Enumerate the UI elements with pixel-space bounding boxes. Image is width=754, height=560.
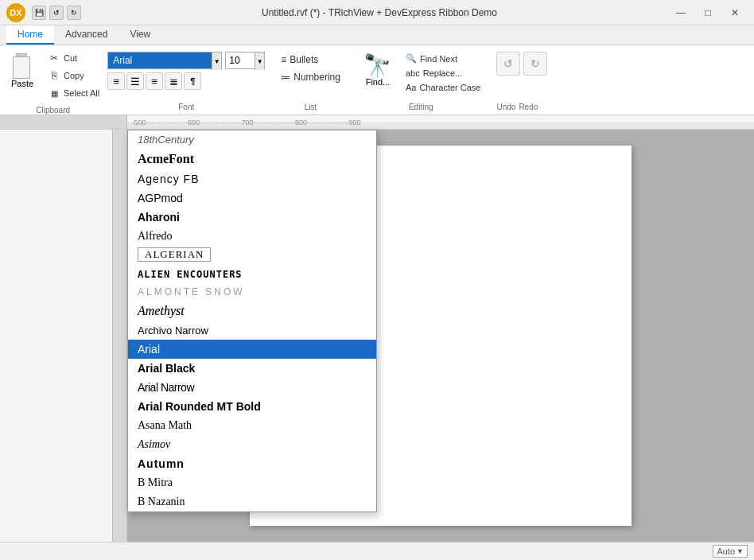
clipboard-buttons: Paste ✂ Cut ⎘ Copy ▦ Select All — [3, 49, 103, 101]
font-list-item[interactable]: Alfredo — [128, 227, 376, 246]
format-row: ≡ ☰ ≡ ≣ ¶ — [107, 72, 201, 90]
font-size-dropdown-arrow[interactable]: ▼ — [255, 52, 264, 70]
titlebar: DX 💾 ↺ ↻ Untitled.rvf (*) - TRichView + … — [0, 0, 754, 25]
list-group-label: List — [276, 101, 345, 111]
undo-redo-group: ↺ ↻ Undo Redo — [490, 49, 554, 115]
main-area: 18thCenturyAcmeFontAgency FBAGPmodAharon… — [0, 130, 754, 542]
font-list-item[interactable]: Arial — [128, 340, 376, 359]
replace-icon: abc — [406, 68, 420, 78]
align-right-button[interactable]: ≡ — [146, 72, 163, 90]
font-list[interactable]: 18thCenturyAcmeFontAgency FBAGPmodAharon… — [128, 130, 376, 511]
statusbar-right: Auto ▼ — [713, 545, 748, 558]
editing-group-label: Editing — [358, 101, 484, 111]
binoculars-icon: 🔭 — [363, 55, 391, 77]
font-group: Arial ▼ 10 ▼ ≡ ☰ ≡ ≣ ¶ Font — [103, 49, 270, 115]
align-center-button[interactable]: ☰ — [126, 72, 144, 90]
font-list-item[interactable]: AcmeFont — [128, 149, 376, 169]
zoom-dropdown-arrow[interactable]: ▼ — [737, 547, 744, 555]
font-list-item[interactable]: B Nazanin — [128, 492, 376, 511]
find-button[interactable]: 🔭 Find... — [358, 52, 398, 96]
font-list-item[interactable]: Amethyst — [128, 301, 376, 321]
cut-icon: ✂ — [48, 52, 60, 64]
ruler-left-section — [0, 115, 127, 129]
font-name-dropdown-arrow[interactable]: ▼ — [212, 52, 221, 70]
tab-home[interactable]: Home — [6, 25, 54, 45]
find-next-button[interactable]: 🔍 Find Next — [402, 52, 484, 65]
clipboard-small-buttons: ✂ Cut ⎘ Copy ▦ Select All — [45, 49, 103, 101]
select-all-button[interactable]: ▦ Select All — [45, 85, 103, 101]
zoom-selector[interactable]: Auto ▼ — [713, 545, 748, 558]
character-case-icon: Aa — [406, 83, 416, 92]
redo-quick-button[interactable]: ↻ — [67, 6, 81, 20]
font-list-item[interactable]: Arial Black — [128, 359, 376, 378]
font-size-wrapper: 10 ▼ — [225, 52, 265, 69]
vertical-ruler — [112, 130, 126, 542]
bullets-label: Bullets — [290, 54, 318, 65]
font-list-item[interactable]: ALGERIAN — [138, 247, 211, 262]
font-list-item[interactable]: Asana Math — [128, 416, 376, 435]
font-selector-row: Arial ▼ 10 ▼ — [107, 52, 265, 69]
font-list-item[interactable]: 18thCentury — [128, 130, 376, 149]
font-list-item[interactable]: B Mitra — [128, 473, 376, 492]
font-list-item[interactable]: ALIEN ENCOUNTERS — [128, 266, 376, 283]
bullets-button[interactable]: ≡ Bullets — [276, 52, 323, 68]
window-controls: — □ ✕ — [668, 3, 748, 22]
ruler-main-section: ·500·····················600············… — [127, 115, 754, 129]
cut-button[interactable]: ✂ Cut — [45, 50, 103, 66]
align-left-button[interactable]: ≡ — [107, 72, 125, 90]
format-buttons: ≡ ☰ ≡ ≣ ¶ — [107, 72, 201, 90]
minimize-button[interactable]: — — [668, 3, 694, 22]
zoom-value: Auto — [717, 546, 735, 556]
font-list-item[interactable]: Archivo Narrow — [128, 321, 376, 340]
indent-button[interactable]: ¶ — [184, 72, 201, 90]
character-case-button[interactable]: Aa Character Case — [402, 81, 484, 94]
copy-icon: ⎘ — [48, 69, 60, 82]
redo-label: Redo — [519, 103, 538, 111]
font-name-wrapper: Arial ▼ — [107, 52, 222, 69]
close-button[interactable]: ✕ — [722, 3, 748, 22]
horizontal-ruler: ·500·····················600············… — [0, 115, 754, 130]
maximize-button[interactable]: □ — [695, 3, 721, 22]
font-list-item[interactable]: Arial Rounded MT Bold — [128, 397, 376, 416]
undo-quick-button[interactable]: ↺ — [49, 6, 64, 20]
copy-button[interactable]: ⎘ Copy — [45, 68, 103, 84]
numbering-label: Numbering — [293, 72, 340, 83]
font-group-label: Font — [107, 101, 265, 111]
clipboard-group: Paste ✂ Cut ⎘ Copy ▦ Select All — [3, 49, 103, 115]
editing-small-buttons: 🔍 Find Next abc Replace... Aa Character … — [402, 52, 484, 94]
paste-button[interactable]: Paste — [3, 49, 41, 93]
find-next-icon: 🔍 — [406, 53, 417, 64]
redo-button[interactable]: ↻ — [523, 52, 547, 76]
clipboard-group-label: Clipboard — [3, 104, 103, 115]
font-list-item[interactable]: Agency FB — [128, 169, 376, 189]
font-dropdown[interactable]: 18thCenturyAcmeFontAgency FBAGPmodAharon… — [127, 130, 377, 512]
numbering-button[interactable]: ≔ Numbering — [276, 69, 345, 85]
tab-view[interactable]: View — [119, 25, 161, 45]
replace-button[interactable]: abc Replace... — [402, 67, 484, 80]
select-all-icon: ▦ — [48, 87, 60, 99]
statusbar: Auto ▼ — [0, 542, 754, 559]
undo-button[interactable]: ↺ — [496, 52, 520, 76]
font-list-item[interactable]: Arial Narrow — [128, 378, 376, 397]
bullets-icon: ≡ — [281, 54, 286, 65]
list-group: ≡ Bullets ≔ Numbering List — [270, 49, 352, 115]
paste-icon — [10, 53, 35, 79]
numbering-icon: ≔ — [281, 72, 290, 83]
font-list-item[interactable]: AGPmod — [128, 189, 376, 208]
font-size-input[interactable]: 10 — [226, 52, 255, 68]
undo-label: Undo — [496, 103, 515, 111]
window-title: Untitled.rvf (*) - TRichView + DevExpres… — [91, 7, 668, 18]
quick-access-toolbar: 💾 ↺ ↻ — [32, 6, 81, 20]
ribbon-tab-bar: Home Advanced View — [0, 25, 754, 45]
font-list-item[interactable]: Aharoni — [128, 208, 376, 227]
font-list-item[interactable]: ALMONTE SNOW — [128, 283, 376, 301]
app-logo: DX — [6, 3, 25, 22]
font-list-item[interactable]: Asimov — [128, 435, 376, 454]
font-name-input[interactable]: Arial — [108, 52, 212, 68]
tab-advanced[interactable]: Advanced — [54, 25, 119, 45]
left-sidebar — [0, 130, 127, 542]
editing-group: 🔭 Find... 🔍 Find Next abc Replace... Aa … — [352, 49, 491, 115]
save-button[interactable]: 💾 — [32, 6, 46, 20]
justify-button[interactable]: ≣ — [165, 72, 182, 90]
font-list-item[interactable]: Autumn — [128, 454, 376, 473]
